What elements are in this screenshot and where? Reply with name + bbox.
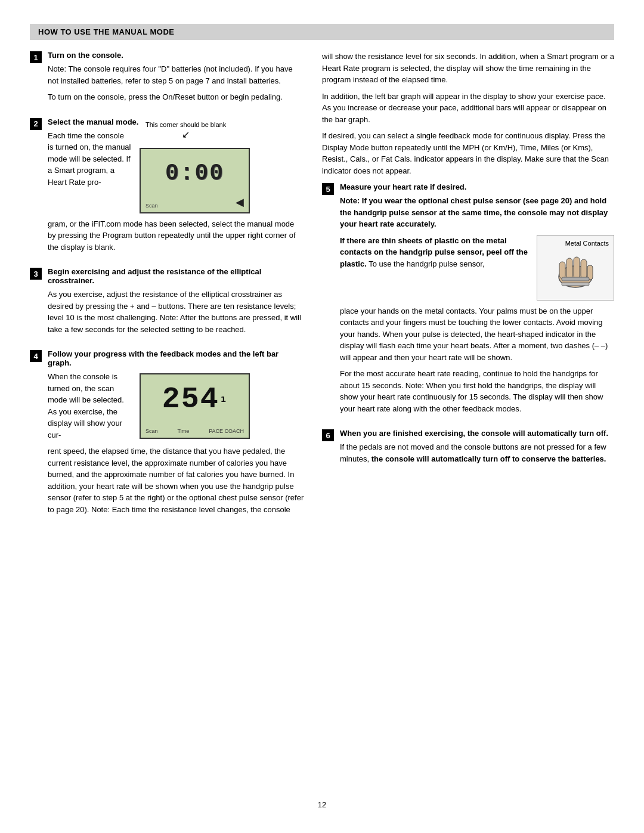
step-5-number: 5 — [322, 183, 334, 195]
left-column: 1 Turn on the console. Note: The console… — [30, 51, 304, 788]
page: HOW TO USE THE MANUAL MODE 1 Turn on the… — [0, 0, 644, 833]
step-4-number: 4 — [30, 350, 42, 362]
step-2-number: 2 — [30, 118, 42, 130]
page-number: 12 — [30, 800, 614, 809]
right-p2: In addition, the left bar graph will app… — [322, 91, 614, 126]
step-6-p: If the pedals are not moved and the cons… — [340, 441, 614, 465]
step-5-content: Measure your heart rate if desired. Note… — [340, 182, 614, 419]
step-5: 5 Measure your heart rate if desired. No… — [322, 182, 614, 419]
handgrip-text: If there are thin sheets of plastic on t… — [340, 235, 528, 301]
svg-rect-2 — [566, 258, 572, 278]
step-6-number: 6 — [322, 429, 334, 441]
lcd-scan-label: Scan — [145, 428, 158, 434]
lcd-digit-text: 0:00 — [165, 160, 224, 186]
step-3-p1: As you exercise, adjust the resistance o… — [48, 289, 304, 335]
handgrip-image: Metal Contacts — [537, 235, 614, 301]
lcd-scan-step2: Scan — [145, 203, 158, 209]
lcd-sub-digit: ₁ — [219, 390, 227, 406]
step-4-left-text: When the console is turned on, the scan … — [48, 371, 131, 441]
step-1-number: 1 — [30, 51, 42, 63]
lcd-pace-label: PACE COACH — [209, 428, 244, 434]
right-p1: will show the resistance level for six s… — [322, 51, 614, 86]
svg-rect-7 — [562, 283, 589, 286]
step-4-lcd-wrapper: 254 ₁ Scan Time PACE COACH — [140, 373, 250, 441]
step-6-title: When you are finished exercising, the co… — [340, 429, 614, 438]
lcd-digits-step4: 254 ₁ — [145, 378, 244, 420]
lcd-display-step4: 254 ₁ Scan Time PACE COACH — [140, 373, 250, 439]
step-6: 6 When you are finished exercising, the … — [322, 429, 614, 469]
step-2-lcd-wrapper: This corner should be blank ↙ 0:00 Scan … — [140, 148, 250, 213]
svg-rect-4 — [581, 259, 587, 278]
handgrip-svg — [549, 244, 602, 292]
step-1-title: Turn on the console. — [48, 51, 304, 60]
step-4: 4 Follow your progress with the feedback… — [30, 349, 304, 520]
step-5-p-accurate: For the most accurate heart rate reading… — [340, 368, 614, 414]
step-5-p-after: place your hands on the metal contacts. … — [340, 305, 614, 364]
svg-rect-6 — [562, 277, 589, 281]
svg-rect-1 — [559, 262, 565, 278]
step-5-title: Measure your heart rate if desired. — [340, 182, 614, 191]
step-5-bold-note: Note: If you wear the optional chest pul… — [340, 195, 614, 230]
corner-label: This corner should be blank ↙ — [145, 120, 226, 141]
step-3: 3 Begin exercising and adjust the resist… — [30, 267, 304, 340]
step-1-content: Turn on the console. Note: The console r… — [48, 51, 304, 108]
step-4-content: Follow your progress with the feedback m… — [48, 349, 304, 520]
step-3-number: 3 — [30, 268, 42, 280]
step-2-content: Select the manual mode. Each time the co… — [48, 117, 304, 258]
step-2-display-container: Each time the console is turned on, the … — [48, 130, 304, 213]
step-4-display-container: When the console is turned on, the scan … — [48, 371, 304, 441]
step-1-p1: Note: The console requires four "D" batt… — [48, 63, 304, 86]
lcd-figure-step2: ◀ — [236, 196, 244, 209]
lcd-bottom-labels: Scan Time PACE COACH — [145, 428, 244, 434]
handgrip-intro: If there are thin sheets of plastic on t… — [340, 235, 528, 270]
lcd-display-step2: 0:00 Scan ◀ — [140, 148, 250, 213]
step-6-content: When you are finished exercising, the co… — [340, 429, 614, 469]
step-1: 1 Turn on the console. Note: The console… — [30, 51, 304, 108]
metal-contacts-label: Metal Contacts — [565, 239, 609, 247]
step-3-content: Begin exercising and adjust the resistan… — [48, 267, 304, 340]
step-4-title: Follow your progress with the feedback m… — [48, 349, 304, 367]
lcd-time-label: Time — [178, 428, 190, 434]
right-p3: If desired, you can select a single feed… — [322, 130, 614, 176]
step-3-title: Begin exercising and adjust the resistan… — [48, 267, 304, 285]
svg-rect-3 — [574, 257, 580, 278]
section-header: HOW TO USE THE MANUAL MODE — [30, 24, 614, 40]
lcd-main-digits: 254 — [162, 382, 219, 416]
step-2-left-text: Each time the console is turned on, the … — [48, 130, 131, 213]
right-column: will show the resistance level for six s… — [322, 51, 614, 788]
handgrip-section: If there are thin sheets of plastic on t… — [340, 235, 614, 301]
step-2: 2 Select the manual mode. Each time the … — [30, 117, 304, 258]
lcd-digits-step2: 0:00 — [145, 153, 244, 194]
step-4-continuation: rent speed, the elapsed time, the distan… — [48, 445, 304, 515]
step-2-continuation: gram, or the iFIT.com mode has been sele… — [48, 218, 304, 253]
step-1-p2: To turn on the console, press the On/Res… — [48, 91, 304, 103]
